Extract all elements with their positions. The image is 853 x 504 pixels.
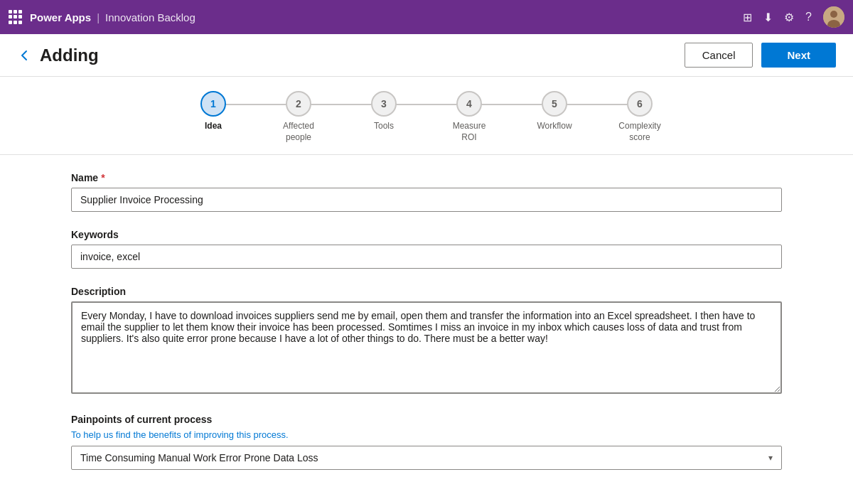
back-button[interactable] — [17, 48, 31, 63]
description-label: Description — [71, 286, 782, 297]
step-2-label: Affectedpeople — [283, 121, 314, 143]
painpoints-subtitle: To help us find the benefits of improvin… — [71, 429, 782, 440]
chevron-down-icon: ▾ — [768, 453, 773, 463]
step-6[interactable]: 6 Complexityscore — [597, 91, 682, 143]
page: Adding Cancel Next 1 Idea 2 Affectedpeop… — [0, 34, 853, 504]
download-icon[interactable]: ⬇ — [763, 11, 773, 24]
section-name: Innovation Backlog — [105, 11, 195, 23]
step-5-circle: 5 — [542, 91, 567, 117]
description-group: Description Every Monday, I have to down… — [71, 286, 782, 397]
next-button[interactable]: Next — [761, 43, 836, 68]
step-1[interactable]: 1 Idea — [171, 91, 256, 132]
keywords-label: Keywords — [71, 229, 782, 240]
painpoints-group: Painpoints of current process To help us… — [71, 414, 782, 470]
step-5[interactable]: 5 Workflow — [512, 91, 597, 132]
app-name: Power Apps — [30, 11, 91, 23]
step-6-circle: 6 — [627, 91, 653, 117]
step-3[interactable]: 3 Tools — [341, 91, 426, 132]
step-4-label: MeasureROI — [453, 121, 486, 143]
page-header: Adding Cancel Next — [0, 34, 853, 77]
name-required: * — [101, 172, 104, 183]
step-5-label: Workflow — [537, 121, 572, 132]
painpoints-label: Painpoints of current process — [71, 414, 782, 425]
keywords-input[interactable] — [71, 245, 782, 269]
step-3-circle: 3 — [371, 91, 397, 117]
settings-icon[interactable]: ⚙ — [784, 11, 794, 24]
topbar-separator: | — [97, 11, 100, 23]
form-content: Name * Keywords Description Every Monday… — [0, 155, 853, 504]
name-group: Name * — [71, 172, 782, 212]
keywords-group: Keywords — [71, 229, 782, 269]
monitor-icon[interactable]: ⊞ — [743, 11, 752, 24]
help-icon[interactable]: ? — [805, 11, 812, 23]
stepper: 1 Idea 2 Affectedpeople 3 Tools 4 Measur… — [0, 77, 853, 155]
name-input[interactable] — [71, 188, 782, 212]
step-2-circle: 2 — [286, 91, 311, 117]
page-title: Adding — [40, 45, 685, 65]
topbar: Power Apps | Innovation Backlog ⊞ ⬇ ⚙ ? — [0, 0, 853, 34]
description-textarea[interactable]: Every Monday, I have to download invoice… — [71, 301, 782, 394]
painpoints-tags: Time Consuming Manual Work Error Prone D… — [80, 452, 318, 463]
avatar[interactable] — [823, 6, 844, 28]
svg-point-1 — [830, 11, 837, 18]
step-2[interactable]: 2 Affectedpeople — [256, 91, 341, 143]
step-3-label: Tools — [374, 121, 394, 132]
header-actions: Cancel Next — [685, 43, 836, 68]
topbar-actions: ⊞ ⬇ ⚙ ? — [743, 6, 844, 28]
step-4[interactable]: 4 MeasureROI — [426, 91, 512, 143]
step-1-label: Idea — [205, 121, 222, 132]
apps-icon[interactable] — [9, 10, 23, 24]
name-label: Name * — [71, 172, 782, 183]
step-1-circle: 1 — [200, 91, 226, 117]
cancel-button[interactable]: Cancel — [685, 43, 753, 68]
painpoints-select[interactable]: Time Consuming Manual Work Error Prone D… — [71, 446, 782, 470]
step-6-label: Complexityscore — [618, 121, 660, 143]
step-4-circle: 4 — [456, 91, 482, 117]
